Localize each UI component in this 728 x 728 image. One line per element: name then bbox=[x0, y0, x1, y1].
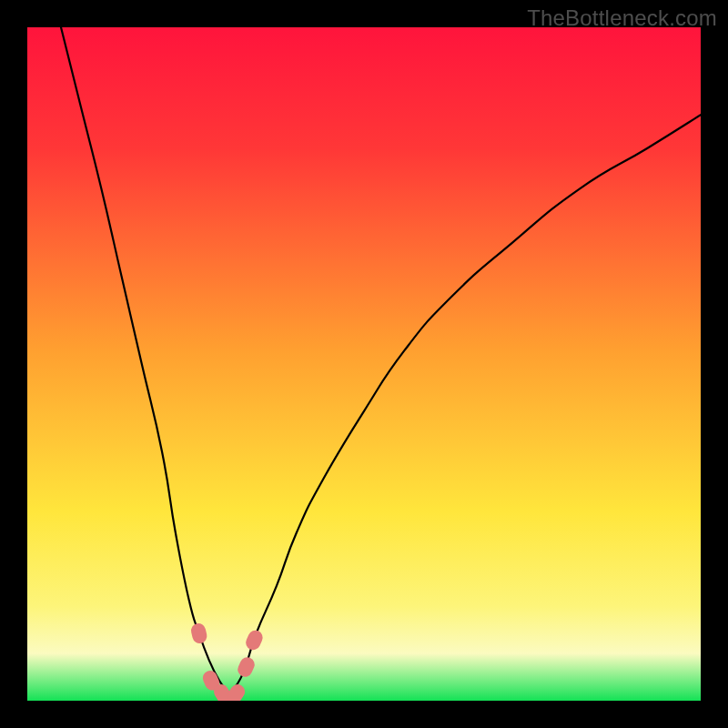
chart-frame: TheBottleneck.com bbox=[0, 0, 728, 728]
gradient-background bbox=[27, 27, 701, 701]
chart-plot bbox=[27, 27, 701, 701]
